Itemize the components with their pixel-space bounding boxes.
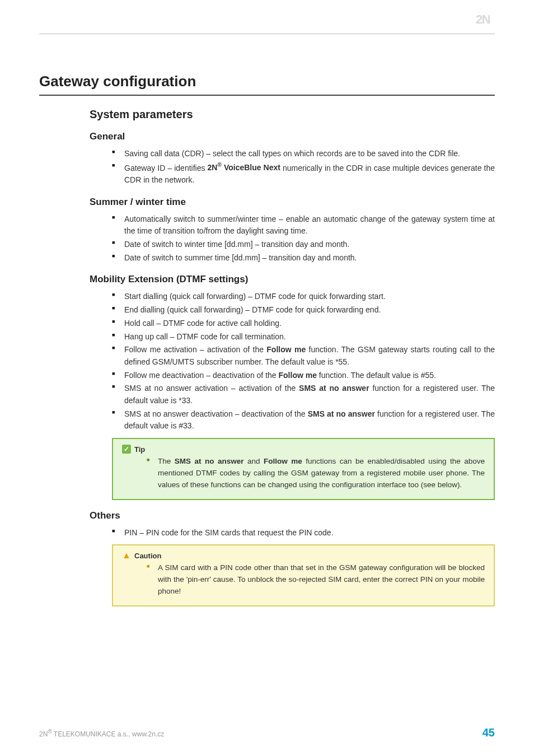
list-others: PIN – PIN code for the SIM cards that re…: [112, 527, 495, 539]
header-rule: [39, 34, 495, 34]
list-item: Follow me deactivation – deactivation of…: [112, 370, 495, 382]
check-icon: ✓: [122, 445, 131, 454]
list-item: SMS at no answer activation – activation…: [112, 382, 495, 407]
callout-body: ▲ Caution A SIM card with a PIN code oth…: [113, 545, 494, 605]
list-item: Saving call data (CDR) – select the call…: [112, 148, 495, 160]
page-title: Gateway configuration: [39, 73, 495, 90]
callout-tip: ✓ Tip The SMS at no answer and Follow me…: [112, 438, 495, 500]
list-item: Hang up call – DTMF code for call termin…: [112, 331, 495, 343]
list-item: SMS at no answer deactivation – deactiva…: [112, 408, 495, 432]
list-item: Follow me activation – activation of the…: [112, 344, 495, 368]
callout-title: ▲ Caution: [122, 551, 485, 560]
brand-logo-svg: 2N: [476, 11, 500, 28]
svg-text:2N: 2N: [476, 12, 490, 26]
page-footer: 2N® TELEKOMUNIKACE a.s., www.2n.cz 45: [39, 726, 495, 739]
list-item: Start dialling (quick call forwarding) –…: [112, 291, 495, 303]
section-heading-system-parameters: System parameters: [90, 108, 495, 121]
callout-title-text: Tip: [134, 445, 145, 454]
list-item: Date of switch to winter time [dd.mm] – …: [112, 239, 495, 251]
subheading-others: Others: [90, 510, 495, 521]
list-item: PIN – PIN code for the SIM cards that re…: [112, 527, 495, 539]
list-item: Automatically switch to summer/winter ti…: [112, 213, 495, 237]
list-item: End dialling (quick call forwarding) – D…: [112, 304, 495, 316]
callout-body: ✓ Tip The SMS at no answer and Follow me…: [113, 439, 494, 499]
list-item: Hold call – DTMF code for active call ho…: [112, 318, 495, 330]
page-number: 45: [483, 726, 495, 739]
callout-title: ✓ Tip: [122, 445, 485, 454]
callout-list: The SMS at no answer and Follow me funct…: [147, 456, 485, 491]
list-item: A SIM card with a PIN code other than th…: [147, 562, 485, 598]
page: 2N Gateway configuration System paramete…: [0, 0, 534, 756]
footer-text: 2N® TELEKOMUNIKACE a.s., www.2n.cz: [39, 729, 164, 738]
list-item: The SMS at no answer and Follow me funct…: [147, 456, 485, 491]
brand-logo: 2N: [476, 11, 500, 30]
list-summer-winter: Automatically switch to summer/winter ti…: [112, 213, 495, 264]
title-rule: [39, 95, 495, 96]
list-general: Saving call data (CDR) – select the call…: [112, 148, 495, 186]
list-item: Gateway ID – identifies 2N® VoiceBlue Ne…: [112, 161, 495, 186]
subheading-mobility-extension: Mobility Extension (DTMF settings): [90, 274, 495, 285]
list-item: Date of switch to summer time [dd.mm] – …: [112, 252, 495, 264]
callout-caution: ▲ Caution A SIM card with a PIN code oth…: [112, 544, 495, 606]
subheading-general: General: [90, 131, 495, 142]
list-mobility-extension: Start dialling (quick call forwarding) –…: [112, 291, 495, 432]
warning-icon: ▲: [122, 551, 131, 560]
callout-title-text: Caution: [134, 552, 161, 560]
callout-list: A SIM card with a PIN code other than th…: [147, 562, 485, 598]
subheading-summer-winter: Summer / winter time: [90, 197, 495, 208]
